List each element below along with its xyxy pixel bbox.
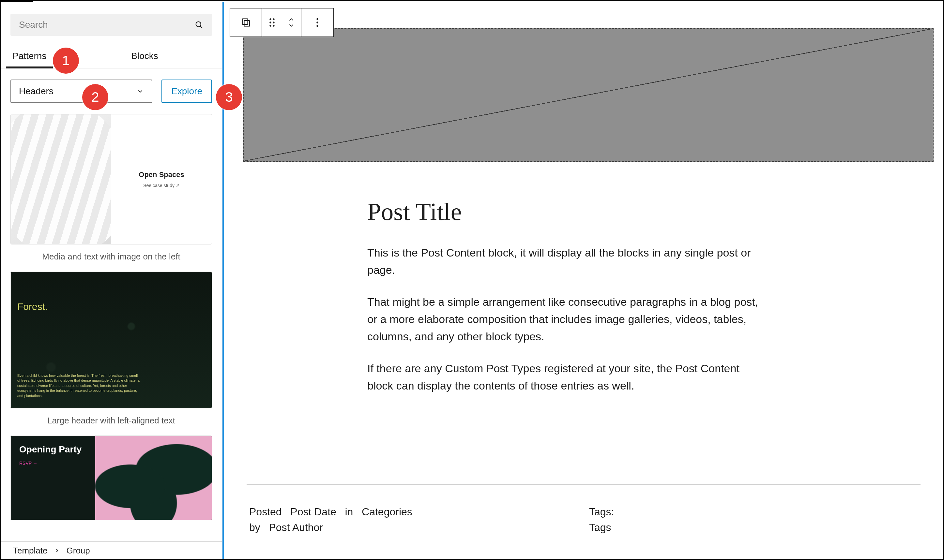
tab-patterns-label: Patterns bbox=[12, 51, 46, 61]
post-meta-left: Posted Post Date in Categories by Post A… bbox=[249, 504, 412, 535]
move-up-down bbox=[282, 8, 301, 37]
pattern-category-selected: Headers bbox=[19, 86, 54, 97]
search-input[interactable] bbox=[19, 20, 194, 30]
pattern-caption: Media and text with image on the left bbox=[11, 245, 212, 265]
block-breadcrumb: Template Group bbox=[1, 541, 222, 559]
pattern-filter-row: Headers Explore bbox=[11, 80, 212, 103]
move-up-button[interactable] bbox=[288, 17, 295, 23]
tab-patterns[interactable]: Patterns bbox=[6, 46, 53, 68]
svg-rect-2 bbox=[242, 19, 248, 25]
post-paragraph[interactable]: This is the Post Content block, it will … bbox=[367, 244, 761, 278]
copy-icon bbox=[241, 17, 251, 28]
explore-button-label: Explore bbox=[171, 86, 202, 96]
in-label: in bbox=[345, 506, 353, 518]
block-toolbar bbox=[230, 8, 334, 37]
pattern-preview-title: Forest. bbox=[17, 301, 48, 312]
post-title[interactable]: Post Title bbox=[367, 197, 761, 226]
post-author[interactable]: Post Author bbox=[269, 522, 322, 533]
app-root: Patterns Blocks Headers Explore bbox=[0, 0, 944, 560]
pattern-caption: Large header with left-aligned text bbox=[11, 408, 212, 429]
pattern-thumb-image bbox=[11, 114, 111, 244]
pattern-category-select[interactable]: Headers bbox=[11, 80, 152, 103]
svg-point-5 bbox=[273, 18, 275, 20]
pattern-thumbnail: Forest. Even a child knows how valuable … bbox=[11, 272, 212, 408]
post-paragraph[interactable]: That might be a simple arrangement like … bbox=[367, 293, 761, 345]
search-field-wrapper bbox=[11, 14, 212, 36]
by-label: by bbox=[249, 522, 260, 533]
featured-image-placeholder[interactable] bbox=[243, 28, 933, 162]
pattern-preview-subtitle: RSVP → bbox=[19, 461, 87, 466]
pattern-preview-title: Opening Party bbox=[19, 444, 87, 455]
svg-point-12 bbox=[316, 25, 318, 27]
tags-label: Tags: bbox=[589, 506, 614, 518]
inserter-sidebar: Patterns Blocks Headers Explore bbox=[1, 2, 222, 559]
svg-rect-3 bbox=[244, 20, 250, 26]
explore-patterns-button[interactable]: Explore bbox=[162, 80, 212, 103]
callout-badge-1: 1 bbox=[53, 48, 79, 74]
editor-canvas[interactable]: Post Title This is the Post Content bloc… bbox=[222, 2, 943, 559]
svg-point-4 bbox=[270, 18, 271, 20]
svg-line-1 bbox=[200, 26, 202, 28]
svg-point-8 bbox=[270, 25, 271, 26]
tab-blocks-label: Blocks bbox=[131, 51, 158, 61]
breadcrumb-current[interactable]: Group bbox=[66, 546, 90, 556]
pattern-thumb-text: Opening Party RSVP → bbox=[11, 436, 95, 520]
post-content-area: Post Title This is the Post Content bloc… bbox=[367, 197, 761, 409]
post-meta-right: Tags: Tags bbox=[589, 504, 614, 535]
pattern-thumb-image bbox=[95, 436, 212, 520]
drag-handle-icon bbox=[268, 18, 276, 28]
patterns-list: Open Spaces See case study ↗ Media and t… bbox=[1, 111, 222, 559]
pattern-thumbnail: Open Spaces See case study ↗ bbox=[11, 114, 212, 245]
block-options-button[interactable] bbox=[301, 8, 333, 37]
move-down-button[interactable] bbox=[288, 23, 295, 28]
post-tags[interactable]: Tags bbox=[589, 522, 611, 533]
svg-point-9 bbox=[273, 25, 275, 26]
svg-point-6 bbox=[270, 22, 271, 23]
pattern-preview-subtitle: See case study ↗ bbox=[143, 183, 180, 188]
pattern-card[interactable]: Opening Party RSVP → bbox=[11, 435, 212, 520]
more-vertical-icon bbox=[316, 17, 319, 28]
pattern-card[interactable]: Forest. Even a child knows how valuable … bbox=[11, 272, 212, 429]
callout-badge-3: 3 bbox=[216, 84, 242, 110]
posted-label: Posted bbox=[249, 506, 282, 518]
pattern-card[interactable]: Open Spaces See case study ↗ Media and t… bbox=[11, 114, 212, 265]
pattern-thumb-text: Open Spaces See case study ↗ bbox=[111, 114, 212, 244]
pattern-preview-desc: Even a child knows how valuable the fore… bbox=[17, 373, 140, 398]
svg-point-0 bbox=[196, 22, 201, 27]
breadcrumb-root[interactable]: Template bbox=[13, 546, 48, 556]
svg-point-11 bbox=[316, 22, 318, 23]
chevron-right-icon bbox=[54, 548, 60, 554]
drag-handle[interactable] bbox=[262, 8, 282, 37]
post-paragraph[interactable]: If there are any Custom Post Types regis… bbox=[367, 360, 761, 394]
main-area: Patterns Blocks Headers Explore bbox=[1, 2, 943, 559]
block-type-button[interactable] bbox=[230, 8, 262, 37]
callout-badge-2: 2 bbox=[82, 84, 108, 110]
post-date[interactable]: Post Date bbox=[290, 506, 336, 518]
post-categories[interactable]: Categories bbox=[362, 506, 412, 518]
pattern-preview-title: Open Spaces bbox=[139, 171, 184, 179]
chevron-down-icon bbox=[137, 88, 144, 95]
tab-blocks[interactable]: Blocks bbox=[125, 46, 164, 68]
svg-point-7 bbox=[273, 22, 275, 23]
inserter-tabs: Patterns Blocks bbox=[1, 46, 222, 68]
meta-separator bbox=[247, 485, 921, 485]
pattern-thumbnail: Opening Party RSVP → bbox=[11, 435, 212, 520]
svg-point-10 bbox=[316, 18, 318, 20]
search-icon bbox=[194, 20, 204, 29]
